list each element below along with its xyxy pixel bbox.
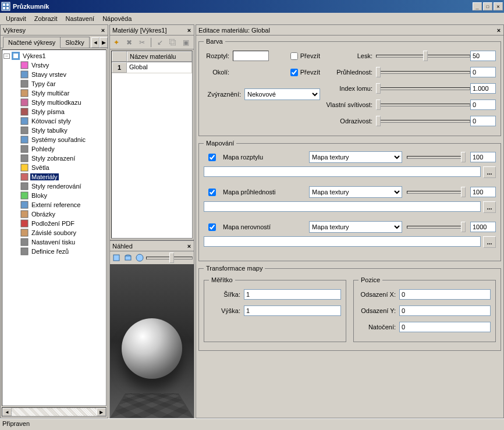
grid-row[interactable]: 1 Global: [112, 62, 192, 73]
tree-item-styly-zobrazení[interactable]: Styly zobrazení: [20, 154, 105, 163]
opacity-map-path[interactable]: [204, 201, 481, 212]
gloss-slider[interactable]: [376, 50, 470, 62]
menu-view[interactable]: Zobrazit: [31, 14, 61, 23]
offsetx-input[interactable]: [399, 289, 491, 300]
diffuse-map-select[interactable]: Mapa textury: [309, 151, 402, 163]
drawings-close-icon[interactable]: ×: [98, 26, 108, 35]
preview-close-icon[interactable]: ×: [184, 241, 194, 251]
ambient-inherit-checkbox[interactable]: [290, 69, 298, 76]
svg-rect-19: [21, 183, 28, 190]
opacity-map-checkbox[interactable]: [208, 189, 216, 196]
tree-item-stavy-vrstev[interactable]: Stavy vrstev: [20, 70, 105, 79]
opacity-map-amount[interactable]: [470, 187, 496, 197]
tab-loaded[interactable]: Načtené výkresy: [3, 37, 61, 48]
gloss-input[interactable]: [470, 51, 496, 61]
bump-map-select[interactable]: Mapa textury: [309, 221, 402, 233]
titlebar: Průzkumník _ ☐ ✕: [0, 0, 504, 13]
tree-item-podložení-pdf[interactable]: Podložení PDF: [20, 219, 105, 228]
bump-map-path[interactable]: [204, 236, 481, 247]
tree-item-bloky[interactable]: Bloky: [20, 191, 105, 200]
tab-nav-left[interactable]: ◄: [91, 37, 100, 48]
menu-help[interactable]: Nápověda: [99, 14, 135, 23]
tree-view[interactable]: − Výkres1 VrstvyStavy vrstevTypy čarStyl…: [2, 49, 107, 406]
tree-hscrollbar[interactable]: ◄ ▶: [2, 407, 107, 417]
bump-map-checkbox[interactable]: [208, 223, 216, 231]
grid-header-num[interactable]: [112, 51, 127, 62]
minimize-button[interactable]: _: [473, 2, 482, 10]
luminance-input[interactable]: [470, 99, 496, 110]
paste-icon[interactable]: ▣: [180, 37, 191, 48]
tree-item-kótovací-styly[interactable]: Kótovací styly: [20, 116, 105, 126]
offsety-input[interactable]: [399, 305, 491, 316]
tree-item-vrstvy[interactable]: Vrstvy: [20, 61, 105, 70]
materials-close-icon[interactable]: ×: [184, 26, 194, 35]
bump-map-amount[interactable]: [470, 222, 496, 232]
apply-icon[interactable]: ↙: [155, 37, 165, 48]
tree-item-styly-renderování[interactable]: Styly renderování: [20, 182, 105, 191]
tree-item-obrázky[interactable]: Obrázky: [20, 209, 105, 219]
tab-folders[interactable]: Složky: [60, 37, 89, 48]
tree-item-styly-tabulky[interactable]: Styly tabulky: [20, 126, 105, 135]
tree-item-materiály[interactable]: Materiály: [20, 172, 105, 182]
tree-item-světla[interactable]: Světla: [20, 163, 105, 172]
editor-close-icon[interactable]: ×: [494, 26, 503, 35]
reflectivity-slider[interactable]: [376, 115, 470, 127]
rotation-input[interactable]: [399, 322, 491, 332]
cut-icon[interactable]: ✂: [137, 37, 147, 48]
scroll-left-button[interactable]: ◄: [2, 408, 12, 416]
materials-grid[interactable]: Název materiálu 1 Global: [111, 51, 193, 239]
menu-edit[interactable]: Upravit: [2, 14, 30, 23]
close-button[interactable]: ✕: [494, 2, 503, 10]
opacity-map-select[interactable]: Mapa textury: [309, 186, 402, 198]
copy-icon[interactable]: ⿻: [168, 37, 178, 48]
collapse-icon[interactable]: −: [3, 54, 10, 59]
transparency-input[interactable]: [470, 67, 496, 77]
diffuse-map-slider[interactable]: [407, 151, 466, 163]
luminance-slider[interactable]: [376, 99, 470, 111]
tree-root[interactable]: − Výkres1: [3, 51, 105, 61]
preview-sphere-icon[interactable]: [134, 253, 145, 263]
delete-icon[interactable]: ✖: [124, 37, 134, 48]
width-input[interactable]: [244, 289, 341, 300]
tree-item-závislé-soubory[interactable]: Závislé soubory: [20, 228, 105, 237]
refraction-input[interactable]: [470, 83, 496, 94]
preview-cube-icon[interactable]: [111, 253, 122, 263]
transparency-slider[interactable]: [376, 66, 470, 78]
diffuse-map-checkbox[interactable]: [208, 154, 216, 161]
tab-nav-right[interactable]: ▶: [100, 37, 108, 48]
diffuse-map-amount[interactable]: [470, 152, 496, 162]
tree-item-styly-multiodkazu[interactable]: Styly multiodkazu: [20, 98, 105, 107]
tree-item-typy-čar[interactable]: Typy čar: [20, 79, 105, 88]
tree-item-nastavení-tisku[interactable]: Nastavení tisku: [20, 237, 105, 247]
diffuse-map-path[interactable]: [204, 166, 481, 177]
grid-header-name[interactable]: Název materiálu: [127, 51, 192, 62]
tree-item-icon: [20, 200, 29, 209]
opacity-map-slider[interactable]: [407, 186, 466, 198]
diffuse-map-browse[interactable]: ...: [483, 166, 496, 178]
tree-item-definice-řezů[interactable]: Definice řezů: [20, 247, 105, 256]
tree-item-systémy-souřadnic[interactable]: Systémy souřadnic: [20, 135, 105, 144]
tree-item-styly-písma[interactable]: Styly písma: [20, 107, 105, 116]
preview-zoom-slider[interactable]: [146, 252, 193, 264]
reflectivity-input[interactable]: [470, 116, 496, 126]
menu-settings[interactable]: Nastavení: [62, 14, 98, 23]
bump-map-slider[interactable]: [407, 221, 466, 233]
svg-rect-2: [6, 3, 9, 6]
preview-viewport[interactable]: [110, 264, 194, 418]
editor-panel: Editace materiálu: Global × Barva Rozpty…: [196, 24, 504, 418]
diffuse-inherit-checkbox[interactable]: [290, 52, 298, 60]
opacity-map-browse[interactable]: ...: [483, 201, 496, 213]
highlight-select[interactable]: Nekovové: [244, 88, 320, 100]
tree-item-styly-multičar[interactable]: Styly multičar: [20, 88, 105, 98]
diffuse-color[interactable]: [233, 51, 269, 61]
window-title: Průzkumník: [13, 3, 473, 10]
scroll-right-button[interactable]: ▶: [97, 408, 106, 416]
new-icon[interactable]: ✦: [111, 37, 122, 48]
tree-item-externí-reference[interactable]: Externí reference: [20, 200, 105, 209]
tree-item-pohledy[interactable]: Pohledy: [20, 144, 105, 154]
preview-cylinder-icon[interactable]: [123, 253, 133, 263]
height-input[interactable]: [244, 305, 341, 316]
refraction-slider[interactable]: [376, 83, 470, 94]
bump-map-browse[interactable]: ...: [483, 236, 496, 248]
maximize-button[interactable]: ☐: [483, 2, 492, 10]
